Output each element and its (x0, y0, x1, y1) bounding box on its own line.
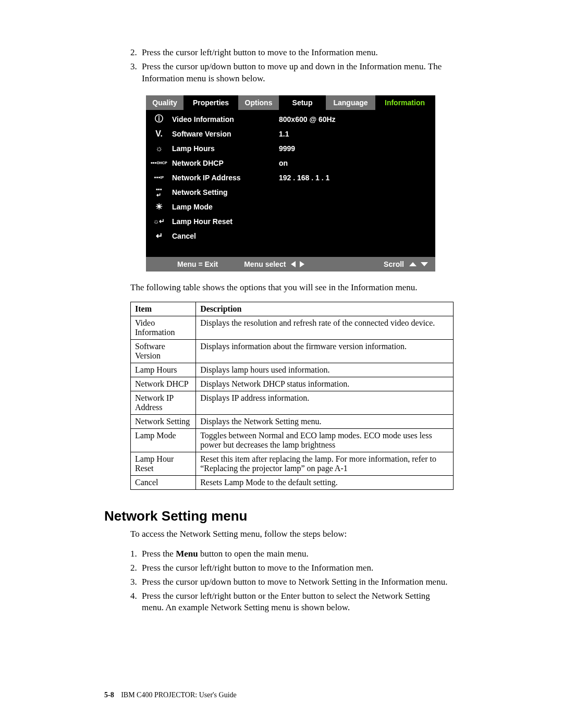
triangle-up-icon (409, 262, 417, 266)
lamp-icon: ☼ (146, 144, 172, 153)
section-heading: Network Setting menu (104, 508, 454, 524)
osd-row: ☼Lamp Hours9999 (146, 141, 435, 156)
list-item: 3.Press the cursor up/down button to mov… (130, 576, 454, 588)
osd-row: ⓘVideo Information800x600 @ 60Hz (146, 112, 435, 127)
list-item: 3.Press the cursor up/down button to mov… (130, 61, 454, 85)
table-row: Lamp HoursDisplays lamp hours used infor… (131, 363, 454, 377)
table-row: Software VersionDisplays information abo… (131, 339, 454, 363)
osd-exit-label: Menu = Exit (177, 260, 218, 268)
section-intro: To access the Network Setting menu, foll… (104, 528, 454, 540)
triangle-left-icon (291, 261, 296, 267)
osd-row: ☼↵Lamp Hour Reset (146, 214, 435, 229)
table-row: Network SettingDisplays the Network Sett… (131, 414, 454, 428)
triangle-right-icon (300, 261, 304, 267)
info-icon: ⓘ (146, 114, 172, 125)
tab-information: Information (375, 95, 434, 110)
table-row: Lamp ModeToggles between Normal and ECO … (131, 428, 454, 452)
tab-language: Language (326, 95, 375, 110)
osd-footer: Menu = Exit Menu select Scroll (146, 257, 435, 272)
list-item: 1.Press the Menu button to open the main… (130, 548, 454, 560)
table-row: CancelResets Lamp Mode to the default se… (131, 475, 454, 489)
top-steps-list: 2.Press the cursor left/right button to … (104, 47, 454, 85)
table-row: Lamp Hour ResetReset this item after rep… (131, 452, 454, 475)
list-item: 4.Press the cursor left/right button or … (130, 590, 454, 614)
bottom-steps-list: 1.Press the Menu button to open the main… (104, 548, 454, 614)
footer-title: IBM C400 PROJECTOR: User's Guide (121, 691, 237, 699)
lamp-mode-icon: ☀ (146, 202, 172, 212)
tab-quality: Quality (146, 95, 183, 110)
tab-setup: Setup (279, 95, 326, 110)
osd-screenshot: Quality Properties Options Setup Languag… (146, 95, 435, 272)
tab-properties: Properties (183, 95, 238, 110)
osd-tab-bar: Quality Properties Options Setup Languag… (146, 95, 435, 110)
page-footer: 5-8 IBM C400 PROJECTOR: User's Guide (104, 691, 237, 699)
table-row: Video InformationDisplays the resolution… (131, 316, 454, 339)
osd-select-label: Menu select (244, 260, 286, 268)
triangle-down-icon (421, 262, 428, 266)
table-row: Network DHCPDisplays Network DHCP status… (131, 377, 454, 391)
list-item: 2.Press the cursor left/right button to … (130, 562, 454, 574)
net-setting-icon: ▪▪▪↵ (146, 187, 172, 198)
table-intro: The following table shows the options th… (104, 282, 454, 294)
information-table: ItemDescription Video InformationDisplay… (130, 302, 454, 490)
ip-icon: ▪▪▪IP (146, 175, 172, 180)
osd-scroll-label: Scroll (384, 260, 404, 268)
osd-row: ▪▪▪DHCPNetwork DHCPon (146, 156, 435, 170)
dhcp-icon: ▪▪▪DHCP (146, 160, 172, 166)
osd-row: ☀Lamp Mode (146, 200, 435, 214)
table-row: Network IP AddressDisplays IP address in… (131, 391, 454, 414)
osd-row: V.Software Version1.1 (146, 127, 435, 141)
page-number: 5-8 (104, 691, 114, 699)
osd-row: ▪▪▪↵Network Setting (146, 185, 435, 200)
tab-options: Options (238, 95, 279, 110)
version-icon: V. (146, 129, 172, 139)
list-item: 2.Press the cursor left/right button to … (130, 47, 454, 59)
lamp-reset-icon: ☼↵ (146, 217, 172, 225)
cancel-icon: ↵ (146, 231, 172, 241)
osd-row: ↵Cancel (146, 229, 435, 243)
osd-row: ▪▪▪IPNetwork IP Address192 . 168 . 1 . 1 (146, 170, 435, 185)
